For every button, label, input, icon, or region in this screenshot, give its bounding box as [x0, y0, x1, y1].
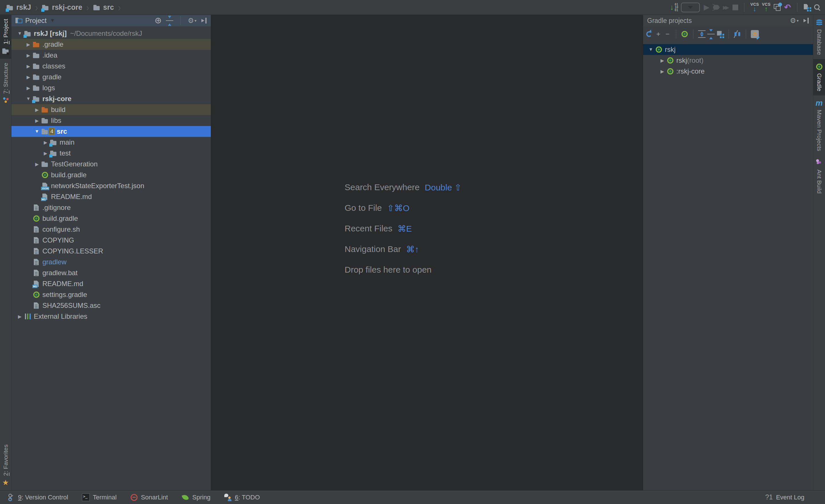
gradle-tree-item-rskj[interactable]: ▼rskj	[643, 44, 813, 55]
breadcrumb: rskJ›rskj-core›src›	[6, 3, 125, 12]
status-bar-button-version-control[interactable]: 9: Version Control	[7, 494, 68, 501]
gradle-tree-item--rskj-core[interactable]: ▶:rskj-core	[643, 66, 813, 77]
tree-twisty-icon[interactable]: ▼	[24, 96, 33, 101]
hide-panel-icon[interactable]	[201, 17, 208, 24]
attach-gradle-project-icon[interactable]: +	[655, 30, 662, 38]
text-file-icon	[33, 237, 40, 244]
tree-twisty-icon[interactable]: ▼	[33, 129, 41, 134]
project-tree-item-readme-md[interactable]: MDREADME.md	[11, 191, 211, 202]
project-tree-item-gradle[interactable]: ▶gradle	[11, 72, 211, 82]
project-tree-item-external-libraries[interactable]: ▶External Libraries	[11, 311, 211, 322]
project-tree-item-copying[interactable]: COPYING	[11, 235, 211, 246]
project-tree-item-gradlew-bat[interactable]: gradlew.bat	[11, 267, 211, 278]
run-configurations-dropdown[interactable]	[681, 3, 700, 12]
vcs-commit-icon[interactable]: VCS↑	[762, 2, 770, 12]
breadcrumb-item[interactable]: rskJ	[6, 3, 31, 11]
editor-empty-area[interactable]: Search EverywhereDouble ⇧Go to File⇧⌘ORe…	[211, 15, 643, 490]
group-modules-icon[interactable]	[717, 30, 724, 38]
detach-gradle-project-icon[interactable]: −	[664, 30, 671, 38]
project-tree-item-configure-sh[interactable]: configure.sh	[11, 224, 211, 235]
project-tree-item-build[interactable]: ▶build	[11, 104, 211, 115]
search-everywhere-icon[interactable]	[814, 4, 821, 11]
tool-window-button-ant-build[interactable]: Ant Build	[813, 155, 825, 197]
scroll-from-source-icon[interactable]	[154, 17, 162, 24]
rollback-icon[interactable]: ↶	[784, 4, 791, 11]
event-log-icon[interactable]: ?1	[765, 493, 773, 501]
project-tree-item-src[interactable]: ▼4src	[11, 126, 211, 137]
breadcrumb-item[interactable]: src	[93, 3, 114, 11]
project-tree-item--gradle[interactable]: ▶.gradle	[11, 39, 211, 50]
gradle-tree-item-rskj[interactable]: ▶rskj (root)	[643, 55, 813, 66]
tree-twisty-icon[interactable]: ▶	[15, 314, 24, 319]
breadcrumb-item[interactable]: rskj-core	[42, 3, 82, 11]
project-tree-item-rskj-core[interactable]: ▼rskj-core	[11, 93, 211, 104]
tool-window-button-project[interactable]: 1: Project	[0, 15, 11, 59]
run-gradle-task-icon[interactable]	[681, 30, 688, 38]
status-bar-button-terminal[interactable]: Terminal	[82, 493, 117, 501]
tool-window-button-database[interactable]: Database	[813, 15, 825, 59]
event-log-button[interactable]: ?1 Event Log	[765, 493, 804, 501]
project-tree-item-libs[interactable]: ▶libs	[11, 115, 211, 126]
project-tree-item-main[interactable]: ▶main	[11, 137, 211, 148]
tool-window-button-maven-projects[interactable]: mMaven Projects	[813, 95, 825, 155]
tree-twisty-icon[interactable]: ▶	[41, 140, 50, 145]
tree-twisty-icon[interactable]: ▶	[24, 74, 33, 80]
tree-twisty-icon[interactable]: ▶	[33, 162, 41, 167]
gradle-settings-icon[interactable]	[751, 30, 759, 38]
project-tree-item-settings-gradle[interactable]: settings.gradle	[11, 289, 211, 300]
shortcut-keys: ⇧⌘O	[387, 203, 409, 213]
project-tree-item--idea[interactable]: ▶.idea	[11, 50, 211, 61]
shortcut-keys: Double ⇧	[425, 182, 462, 192]
tool-window-button-structure[interactable]: 7: Structure	[0, 59, 11, 108]
project-tree-item-logs[interactable]: ▶logs	[11, 82, 211, 93]
hide-panel-icon[interactable]	[803, 17, 810, 24]
tree-twisty-icon[interactable]: ▶	[24, 64, 33, 69]
excluded-folder-icon	[33, 41, 40, 48]
project-panel-header[interactable]: Project ▼ ⚙▾	[11, 15, 211, 26]
tree-twisty-icon[interactable]: ▶	[24, 42, 33, 47]
gradle-panel-header[interactable]: Gradle projects ⚙▾	[643, 15, 813, 26]
project-tree-item-networkstateexportertest-json[interactable]: JSONnetworkStateExporterTest.json	[11, 180, 211, 191]
tree-twisty-icon[interactable]: ▶	[24, 53, 33, 58]
settings-gear-icon[interactable]: ⚙▾	[188, 17, 197, 24]
refresh-gradle-projects-icon[interactable]	[646, 30, 653, 38]
local-history-icon[interactable]	[773, 4, 781, 11]
project-tree-item-build-gradle[interactable]: build.gradle	[11, 170, 211, 180]
status-bar-button-todo[interactable]: 6: TODO	[224, 494, 260, 501]
folder-icon	[33, 63, 40, 70]
project-tree-item-gradlew[interactable]: gradlew	[11, 257, 211, 267]
tree-twisty-icon[interactable]: ▶	[658, 58, 667, 63]
status-bar-button-spring[interactable]: Spring	[181, 494, 211, 501]
collapse-all-icon[interactable]	[166, 17, 173, 24]
tree-twisty-icon[interactable]: ▶	[41, 151, 50, 156]
shortcut-keys: ⌘E	[398, 224, 412, 234]
gradle-file-icon	[41, 171, 49, 179]
tree-twisty-icon[interactable]: ▶	[33, 107, 41, 112]
settings-gear-icon[interactable]: ⚙▾	[790, 17, 799, 24]
status-bar-button-sonarlint[interactable]: SonarLint	[130, 494, 168, 501]
collapse-all-icon[interactable]	[707, 30, 715, 38]
updates-available-icon[interactable]: ↓011001	[670, 4, 678, 11]
project-tree-item-build-gradle[interactable]: build.gradle	[11, 213, 211, 224]
tree-twisty-icon[interactable]: ▼	[647, 47, 655, 52]
project-tree-item-readme-md[interactable]: MDREADME.md	[11, 278, 211, 289]
project-tree-item--gitignore[interactable]: .gitignore	[11, 202, 211, 213]
offline-mode-icon[interactable]	[734, 30, 741, 38]
tree-twisty-icon[interactable]: ▶	[658, 69, 667, 74]
expand-all-icon[interactable]	[698, 30, 705, 38]
project-tree-item-rskj-rskj-[interactable]: ▼rskJ [rskj]~/Documents/code/rskJ	[11, 28, 211, 39]
tree-twisty-icon[interactable]: ▶	[33, 118, 41, 123]
tree-twisty-icon[interactable]: ▶	[24, 85, 33, 91]
project-tree-item-sha256sums-asc[interactable]: SHA256SUMS.asc	[11, 300, 211, 311]
tool-window-button-favorites[interactable]: 2: Favorites★	[0, 440, 11, 490]
tree-twisty-icon[interactable]: ▼	[15, 31, 24, 36]
vcs-update-icon[interactable]: VCS↓	[750, 2, 759, 12]
project-tree-item-testgeneration[interactable]: ▶TestGeneration	[11, 159, 211, 170]
project-tree-item-copying-lesser[interactable]: COPYING.LESSER	[11, 246, 211, 257]
run-icon: ▶	[703, 4, 710, 11]
project-tree-item-classes[interactable]: ▶classes	[11, 61, 211, 72]
project-tree-item-test[interactable]: ▶test	[11, 148, 211, 159]
project-structure-icon[interactable]	[803, 4, 811, 11]
tool-window-button-gradle[interactable]: Gradle	[813, 59, 825, 95]
chevron-down-icon[interactable]: ▼	[50, 18, 55, 23]
